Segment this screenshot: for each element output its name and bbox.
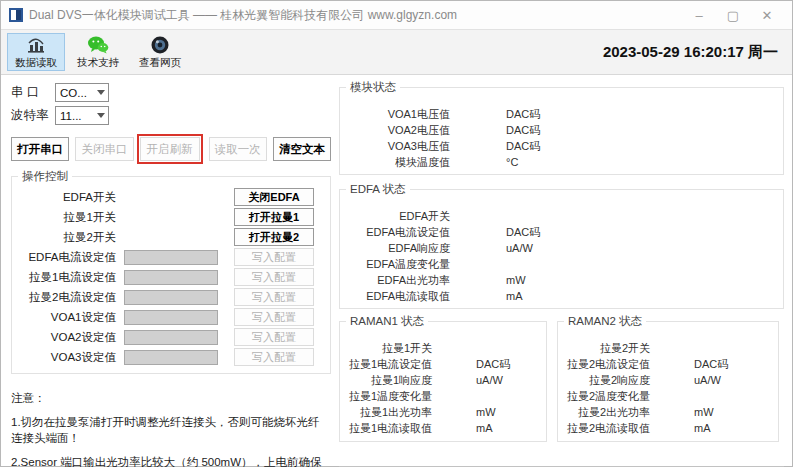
group-title: EDFA 状态 [346, 182, 410, 197]
clear-text-button[interactable]: 清空文本 [273, 137, 331, 161]
status-label: EDFA开关 [340, 209, 450, 224]
baud-rate-select[interactable]: 11... [55, 106, 109, 125]
window-title: Dual DVS一体化模块调试工具 —— 桂林光翼智能科技有限公司 www.gl… [29, 7, 457, 24]
wechat-icon [87, 34, 109, 55]
read-once-button[interactable]: 读取一次 [209, 137, 267, 161]
clock-display: 2023-05-29 16:20:17 周一 [603, 43, 788, 62]
status-label: 拉曼1温度变化量 [340, 389, 432, 404]
status-unit: mA [506, 290, 523, 302]
edfa-current-set-label: EDFA电流设定值 [12, 250, 124, 265]
status-unit: mW [694, 406, 714, 418]
status-label: EDFA响应度 [340, 241, 450, 256]
status-unit: mW [476, 406, 496, 418]
maximize-button[interactable]: ▢ [716, 8, 750, 23]
group-title: 模块状态 [346, 80, 400, 95]
status-label: 拉曼2电流读取值 [558, 421, 650, 436]
operation-control-group: 操作控制 EDFA开关 关闭EDFA 拉曼1开关 打开拉曼1 拉曼2开关 打开拉… [11, 176, 331, 374]
write-config-button[interactable]: 写入配置 [234, 268, 314, 286]
toolbar-label: 数据读取 [15, 56, 57, 70]
baud-rate-label: 波特率 [11, 107, 55, 124]
write-config-button[interactable]: 写入配置 [234, 288, 314, 306]
close-serial-button[interactable]: 关闭串口 [75, 137, 133, 161]
voa1-set-label: VOA1设定值 [12, 310, 124, 325]
bar-chart-icon [25, 34, 47, 55]
toolbar-label: 查看网页 [139, 56, 181, 70]
titlebar: Dual DVS一体化模块调试工具 —— 桂林光翼智能科技有限公司 www.gl… [1, 1, 792, 29]
notes-section: 注意： 1.切勿在拉曼泵浦打开时调整光纤连接头，否则可能烧坏光纤连接头端面！ 2… [11, 390, 323, 467]
note-line-2: 2.Sensor 端口输出光功率比较大（约 500mW），上电前确保 Senso… [11, 454, 323, 467]
write-config-button[interactable]: 写入配置 [234, 248, 314, 266]
start-refresh-button[interactable]: 开启刷新 [140, 137, 200, 161]
status-unit: DAC码 [694, 357, 728, 372]
status-label: EDFA出光功率 [340, 273, 450, 288]
serial-port-label: 串 口 [11, 84, 55, 101]
highlight-box: 开启刷新 [137, 134, 203, 164]
toolbar-label: 技术支持 [77, 56, 119, 70]
status-label: VOA3电压值 [340, 139, 450, 154]
app-window: Dual DVS一体化模块调试工具 —— 桂林光翼智能科技有限公司 www.gl… [0, 0, 793, 467]
edfa-switch-button[interactable]: 关闭EDFA [234, 188, 314, 206]
edfa-switch-label: EDFA开关 [12, 190, 124, 205]
group-title: RAMAN1 状态 [346, 314, 428, 329]
write-config-button[interactable]: 写入配置 [234, 348, 314, 366]
edfa-current-set-input[interactable] [124, 250, 218, 265]
toolbar-button-tech-support[interactable]: 技术支持 [69, 33, 127, 71]
write-config-button[interactable]: 写入配置 [234, 328, 314, 346]
voa3-set-label: VOA3设定值 [12, 350, 124, 365]
raman2-current-set-label: 拉曼2电流设定值 [12, 290, 124, 305]
raman2-current-set-input[interactable] [124, 290, 218, 305]
status-label: EDFA温度变化量 [340, 257, 450, 272]
status-label: 拉曼1出光功率 [340, 405, 432, 420]
globe-icon [149, 34, 171, 55]
status-label: 拉曼2温度变化量 [558, 389, 650, 404]
raman1-switch-label: 拉曼1开关 [12, 210, 124, 225]
open-serial-button[interactable]: 打开串口 [11, 137, 69, 161]
serial-port-value: CO... [60, 87, 87, 99]
status-unit: DAC码 [476, 357, 510, 372]
app-icon [9, 8, 23, 22]
status-unit: mW [506, 274, 526, 286]
status-unit: mA [476, 422, 493, 434]
voa3-set-input[interactable] [124, 350, 218, 365]
toolbar-button-view-webpage[interactable]: 查看网页 [131, 33, 189, 71]
status-label: 拉曼1开关 [340, 341, 432, 356]
raman1-switch-button[interactable]: 打开拉曼1 [234, 208, 314, 226]
notes-title: 注意： [11, 390, 323, 407]
status-unit: uA/W [476, 374, 503, 386]
group-title: 操作控制 [18, 169, 72, 184]
write-config-button[interactable]: 写入配置 [234, 308, 314, 326]
status-unit: DAC码 [506, 107, 540, 122]
raman2-switch-button[interactable]: 打开拉曼2 [234, 228, 314, 246]
module-status-group: 模块状态 VOA1电压值DAC码 VOA2电压值DAC码 VOA3电压值DAC码… [339, 87, 784, 175]
serial-port-select[interactable]: CO... [55, 83, 109, 102]
raman1-current-set-input[interactable] [124, 270, 218, 285]
voa2-set-input[interactable] [124, 330, 218, 345]
voa2-set-label: VOA2设定值 [12, 330, 124, 345]
left-panel: 串 口 CO... 波特率 11... 打开串口 关闭串口 开启刷新 [1, 75, 337, 466]
raman2-status-group: RAMAN2 状态 拉曼2开关 拉曼2电流设定值DAC码 拉曼2响应度uA/W … [557, 321, 779, 442]
voa1-set-input[interactable] [124, 310, 218, 325]
status-label: 拉曼1电流设定值 [340, 357, 432, 372]
status-label: 模块温度值 [340, 155, 450, 170]
status-label: EDFA电流读取值 [340, 289, 450, 304]
minimize-button[interactable]: – [682, 8, 716, 23]
status-label: 拉曼2开关 [558, 341, 650, 356]
status-label: EDFA电流设定值 [340, 225, 450, 240]
status-unit: mA [694, 422, 711, 434]
group-title: RAMAN2 状态 [564, 314, 646, 329]
status-label: VOA1电压值 [340, 107, 450, 122]
toolbar-button-data-read[interactable]: 数据读取 [7, 33, 65, 71]
status-unit: uA/W [694, 374, 721, 386]
status-label: 拉曼2响应度 [558, 373, 650, 388]
edfa-status-group: EDFA 状态 EDFA开关 EDFA电流设定值DAC码 EDFA响应度uA/W… [339, 189, 784, 309]
raman2-switch-label: 拉曼2开关 [12, 230, 124, 245]
chevron-down-icon [97, 113, 105, 118]
status-unit: DAC码 [506, 225, 540, 240]
status-unit: DAC码 [506, 139, 540, 154]
toolbar: 数据读取 技术支持 [1, 29, 792, 75]
right-panel: 模块状态 VOA1电压值DAC码 VOA2电压值DAC码 VOA3电压值DAC码… [337, 75, 792, 466]
status-unit: °C [506, 156, 518, 168]
close-button[interactable]: ✕ [750, 8, 784, 23]
chevron-down-icon [97, 90, 105, 95]
note-line-1: 1.切勿在拉曼泵浦打开时调整光纤连接头，否则可能烧坏光纤连接头端面！ [11, 414, 323, 447]
